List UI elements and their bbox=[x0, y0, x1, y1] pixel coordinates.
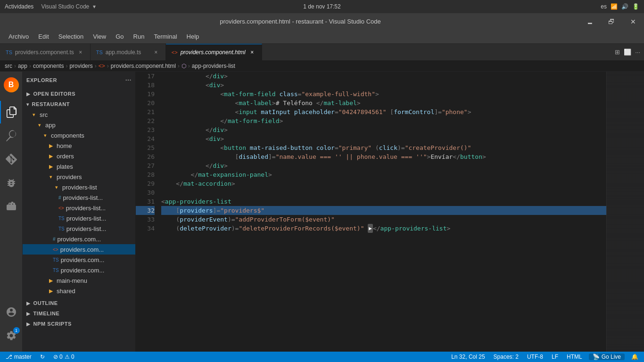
outline-header[interactable]: ▶ OUTLINE bbox=[23, 298, 135, 308]
tree-p-ts2[interactable]: TS providers.com... bbox=[23, 265, 135, 275]
tree-providers-list[interactable]: ▾ providers-list bbox=[23, 182, 135, 192]
tab-close-1[interactable]: × bbox=[77, 49, 84, 56]
open-editors-header[interactable]: ▶ OPEN EDITORS bbox=[23, 89, 135, 99]
ts-icon-pl2: TS bbox=[58, 226, 65, 231]
menu-selection[interactable]: Selection bbox=[55, 32, 87, 41]
tree-plates[interactable]: ▶ plates bbox=[23, 161, 135, 172]
close-button[interactable]: ✕ bbox=[622, 13, 644, 30]
activity-extensions[interactable] bbox=[0, 195, 23, 218]
tab-close-2[interactable]: × bbox=[152, 49, 160, 56]
timeline-toggle: ▶ bbox=[26, 311, 31, 316]
menu-edit[interactable]: Edit bbox=[34, 32, 52, 41]
tree-providers[interactable]: ▾ providers bbox=[23, 172, 135, 182]
tree-pl-css[interactable]: # providers-list... bbox=[23, 192, 135, 203]
shared-label: shared bbox=[57, 288, 135, 295]
open-editors-toggle: ▶ bbox=[26, 91, 31, 97]
notifications-bell[interactable]: 🔔 bbox=[629, 354, 640, 360]
tab-label-2: app.module.ts bbox=[106, 49, 141, 56]
layout-icon[interactable]: ⬜ bbox=[624, 49, 631, 56]
ts-icon: TS bbox=[6, 49, 12, 55]
restaurant-toggle: ▾ bbox=[26, 102, 29, 107]
tab-close-3[interactable]: × bbox=[248, 49, 256, 56]
tree-home[interactable]: ▶ home bbox=[23, 140, 135, 151]
sync-button[interactable]: ↻ bbox=[38, 354, 47, 360]
activity-search[interactable] bbox=[0, 124, 23, 147]
activity-debug[interactable] bbox=[0, 172, 23, 194]
npm-scripts-toggle: ▶ bbox=[26, 321, 31, 327]
eol[interactable]: LF bbox=[550, 354, 560, 360]
activity-account[interactable] bbox=[0, 301, 23, 323]
tree-p-ts1[interactable]: TS providers.com... bbox=[23, 255, 135, 265]
tree-p-html[interactable]: <> providers.com... bbox=[23, 244, 135, 255]
pl-html-label: providers-list... bbox=[66, 205, 135, 212]
menu-help[interactable]: Help bbox=[183, 32, 203, 41]
go-live-button[interactable]: 📡 Go Live bbox=[589, 354, 625, 360]
errors-indicator[interactable]: ⊘ 0 ⚠ 0 bbox=[51, 354, 76, 360]
activity-git[interactable] bbox=[0, 148, 23, 171]
activity-explorer[interactable] bbox=[0, 101, 23, 123]
minimize-button[interactable]: 🗕 bbox=[579, 13, 601, 30]
go-live-label: Go Live bbox=[602, 354, 621, 360]
ts-icon-2: TS bbox=[96, 49, 103, 55]
spaces[interactable]: Spaces: 2 bbox=[492, 354, 520, 360]
wifi-icon: 📶 bbox=[611, 3, 618, 10]
encoding[interactable]: UTF-8 bbox=[525, 354, 545, 360]
home-label: home bbox=[57, 142, 135, 149]
tree-main-menu[interactable]: ▶ main-menu bbox=[23, 275, 135, 286]
tree-pl-html[interactable]: <> providers-list... bbox=[23, 203, 135, 213]
breadcrumb: src › app › components › providers › <> … bbox=[0, 60, 644, 72]
p-ts1-label: providers.com... bbox=[61, 256, 135, 263]
tree-src[interactable]: ▾ src bbox=[23, 109, 135, 120]
code-line-27: </div> bbox=[161, 161, 606, 170]
menu-run[interactable]: Run bbox=[130, 32, 149, 41]
p-ts2-label: providers.com... bbox=[61, 267, 135, 274]
html-icon-2: <> bbox=[53, 247, 58, 252]
warning-count: ⚠ 0 bbox=[65, 354, 74, 360]
code-editor[interactable]: 17 18 19 20 21 22 23 24 25 26 27 28 29 3… bbox=[136, 72, 644, 352]
open-editors-label: OPEN EDITORS bbox=[33, 91, 76, 97]
tab-label-1: providers.component.ts bbox=[15, 49, 74, 56]
tree-orders[interactable]: ▶ orders bbox=[23, 151, 135, 161]
language-mode[interactable]: HTML bbox=[565, 354, 584, 360]
app-menu: Visual Studio Code bbox=[41, 3, 89, 10]
breadcrumb-app[interactable]: app bbox=[18, 63, 27, 69]
tree-pl-ts1[interactable]: TS providers-list... bbox=[23, 213, 135, 223]
explorer-more[interactable]: ··· bbox=[125, 76, 132, 84]
split-editor-icon[interactable]: ⊞ bbox=[615, 49, 620, 56]
restaurant-header[interactable]: ▾ RESTAURANT bbox=[23, 99, 135, 109]
timeline-header[interactable]: ▶ TIMELINE bbox=[23, 308, 135, 319]
ln-col[interactable]: Ln 32, Col 25 bbox=[449, 354, 487, 360]
code-line-25: <button mat-raised-button color="primary… bbox=[161, 143, 606, 152]
tab-appmodule[interactable]: TS app.module.ts × bbox=[91, 44, 166, 60]
menu-view[interactable]: View bbox=[89, 32, 110, 41]
breadcrumb-providers[interactable]: providers bbox=[69, 63, 92, 69]
tree-app[interactable]: ▾ app bbox=[23, 120, 135, 130]
tree-pl-ts2[interactable]: TS providers-list... bbox=[23, 223, 135, 234]
git-branch-icon: ⎇ bbox=[6, 354, 12, 360]
code-line-23: </div> bbox=[161, 125, 606, 134]
menu-terminal[interactable]: Terminal bbox=[150, 32, 181, 41]
dropdown-icon: ▾ bbox=[93, 3, 96, 10]
components-label: components bbox=[51, 132, 135, 139]
breadcrumb-symbol-icon: ⬡ bbox=[182, 63, 186, 69]
tab-providers-html[interactable]: <> providers.component.html × bbox=[166, 44, 262, 60]
html-icon-1: <> bbox=[58, 206, 64, 211]
tree-shared[interactable]: ▶ shared bbox=[23, 286, 135, 296]
restore-button[interactable]: 🗗 bbox=[601, 13, 622, 30]
tree-p-css[interactable]: # providers.com... bbox=[23, 234, 135, 244]
npm-scripts-header[interactable]: ▶ NPM SCRIPTS bbox=[23, 319, 135, 329]
tree-components[interactable]: ▾ components bbox=[23, 130, 135, 140]
activity-settings[interactable]: 1 bbox=[0, 324, 23, 347]
breadcrumb-symbol[interactable]: app-providers-list bbox=[192, 63, 235, 69]
menu-go[interactable]: Go bbox=[112, 32, 127, 41]
more-actions-icon[interactable]: ··· bbox=[635, 49, 640, 56]
menu-archivo[interactable]: Archivo bbox=[5, 32, 33, 41]
breadcrumb-src[interactable]: src bbox=[5, 63, 12, 69]
brave-icon: B bbox=[0, 74, 23, 96]
timeline-label: TIMELINE bbox=[33, 311, 60, 316]
git-branch[interactable]: ⎇ master bbox=[4, 354, 33, 360]
tab-providers-ts[interactable]: TS providers.component.ts × bbox=[0, 44, 91, 60]
bell-icon: 🔔 bbox=[631, 354, 638, 360]
breadcrumb-components[interactable]: components bbox=[33, 63, 64, 69]
breadcrumb-filename[interactable]: providers.component.html bbox=[111, 63, 176, 69]
